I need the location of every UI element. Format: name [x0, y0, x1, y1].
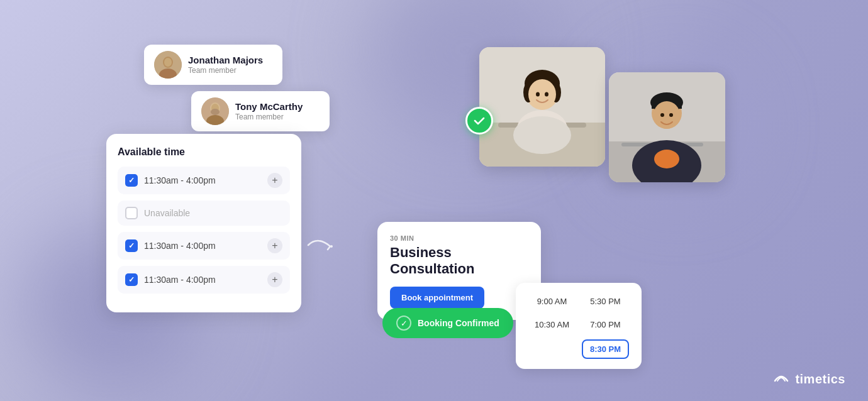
svg-point-9 — [330, 245, 333, 248]
booking-confirmed-badge: ✓ Booking Confirmed — [382, 308, 513, 338]
svg-point-32 — [669, 113, 673, 117]
plus-btn-3[interactable]: + — [267, 238, 282, 253]
checkbox-4[interactable]: ✓ — [125, 273, 138, 286]
plus-btn-1[interactable]: + — [267, 173, 282, 188]
confirmed-text: Booking Confirmed — [418, 318, 499, 328]
plus-btn-4[interactable]: + — [267, 272, 282, 287]
tony-info: Tony McCarthy Team member — [235, 101, 303, 121]
timetics-logo: timetics — [772, 371, 845, 387]
time-slot-0[interactable]: 9:00 AM — [528, 293, 576, 310]
svg-point-7 — [211, 109, 220, 115]
checkmark-3: ✓ — [128, 241, 135, 250]
time-row-2[interactable]: Unavailable — [118, 200, 290, 226]
jonathan-role: Team member — [188, 66, 263, 75]
tony-name: Tony McCarthy — [235, 101, 303, 112]
time-slot-2[interactable]: 10:30 AM — [528, 316, 576, 333]
time-slot-empty — [528, 339, 576, 359]
confirmed-check-icon: ✓ — [396, 316, 411, 331]
time-row-3[interactable]: ✓ 11:30am - 4:00pm + — [118, 232, 290, 260]
time-slot-4[interactable]: 8:30 PM — [582, 339, 629, 359]
time-row-1[interactable]: ✓ 11:30am - 4:00pm + — [118, 167, 290, 194]
svg-point-21 — [513, 116, 571, 154]
available-time-panel: Available time ✓ 11:30am - 4:00pm + Unav… — [106, 134, 301, 312]
checkmark-4: ✓ — [128, 275, 135, 284]
team-card-tony: Tony McCarthy Team member — [191, 91, 330, 131]
panel-title: Available time — [118, 146, 290, 158]
time-row-4[interactable]: ✓ 11:30am - 4:00pm + — [118, 266, 290, 294]
photo-woman — [479, 47, 605, 167]
checkbox-3[interactable]: ✓ — [125, 239, 138, 252]
svg-point-2 — [164, 58, 172, 67]
time-label-1: 11:30am - 4:00pm — [144, 175, 261, 185]
team-card-jonathan: Jonathan Majors Team member — [144, 45, 282, 85]
jonathan-name: Jonathan Majors — [188, 55, 263, 65]
svg-point-18 — [536, 92, 540, 97]
svg-point-19 — [545, 92, 548, 97]
jonathan-info: Jonathan Majors Team member — [188, 55, 263, 75]
timetics-logo-icon — [772, 371, 790, 387]
tony-role: Team member — [235, 113, 303, 121]
book-appointment-button[interactable]: Book appointment — [390, 287, 484, 309]
time-slots-panel: 9:00 AM 5:30 PM 10:30 AM 7:00 PM 8:30 PM — [516, 283, 642, 369]
checkbox-2[interactable] — [125, 207, 138, 219]
time-label-3: 11:30am - 4:00pm — [144, 241, 261, 251]
avatar-tony — [201, 97, 229, 125]
time-label-2: Unavailable — [144, 208, 282, 218]
time-slot-1[interactable]: 5:30 PM — [582, 293, 629, 310]
time-slots-grid: 9:00 AM 5:30 PM 10:30 AM 7:00 PM 8:30 PM — [528, 293, 629, 359]
svg-point-26 — [654, 150, 679, 168]
svg-point-31 — [660, 113, 664, 117]
video-check-badge — [465, 107, 493, 135]
svg-point-17 — [528, 79, 556, 109]
arrow-right-icon — [305, 233, 343, 262]
time-slot-3[interactable]: 7:00 PM — [582, 316, 629, 333]
checkmark-1: ✓ — [128, 176, 135, 185]
photo-man — [609, 72, 725, 182]
avatar-jonathan — [154, 51, 182, 79]
time-label-4: 11:30am - 4:00pm — [144, 275, 261, 285]
timetics-logo-text: timetics — [795, 372, 845, 387]
checkbox-1[interactable]: ✓ — [125, 174, 138, 187]
